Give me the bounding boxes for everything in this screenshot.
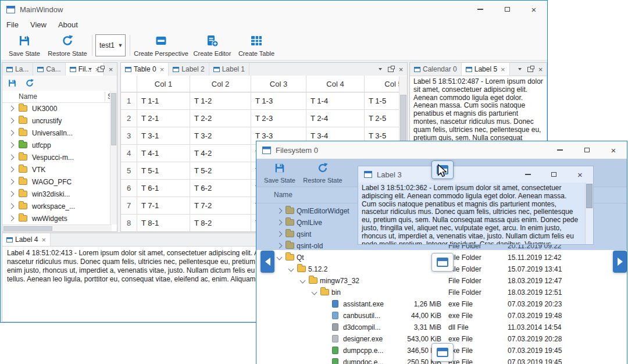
table-cell[interactable]: T 7-2	[190, 197, 251, 215]
row-number[interactable]: 1	[121, 92, 137, 110]
minimize-button[interactable]	[467, 1, 494, 18]
tree-item[interactable]: Vespucci-m...	[2, 151, 112, 163]
dock-tab[interactable]: Label 1	[209, 63, 249, 76]
save-state-button[interactable]	[6, 77, 19, 90]
row-number[interactable]: 2	[121, 110, 137, 127]
row-number[interactable]: 3	[121, 127, 137, 145]
close-dock-button[interactable]: ×	[106, 64, 116, 74]
undock-button[interactable]	[386, 64, 395, 74]
restore-state-button[interactable]: Restore State	[46, 33, 89, 58]
label3-titlebar[interactable]: Label 3 ×	[358, 166, 593, 183]
tab-menu-button[interactable]	[375, 64, 385, 74]
main-titlebar[interactable]: MainWindow ×	[1, 1, 547, 18]
close-dock-button[interactable]: ×	[536, 64, 545, 74]
scrollbar-thumb[interactable]	[586, 184, 593, 208]
table-cell[interactable]: T 4-1	[137, 145, 190, 162]
horizontal-scrollbar[interactable]	[2, 224, 112, 232]
table-cell[interactable]: T 3-2	[190, 127, 251, 145]
dock-indicator-center[interactable]	[431, 253, 454, 272]
table-cell[interactable]: T 8-1	[137, 215, 190, 232]
expand-chevron-icon[interactable]	[9, 191, 15, 197]
table-cell[interactable]: T 1-4	[306, 92, 365, 110]
column-header[interactable]: Col 2	[190, 76, 251, 92]
table-cell[interactable]: T 1-3	[251, 92, 306, 110]
fs-tree-row[interactable]: mingw73_32File Folder18.03.2019 12:47	[256, 275, 627, 287]
undock-button[interactable]	[525, 64, 535, 74]
expand-chevron-icon[interactable]	[9, 204, 15, 209]
expand-chevron-icon[interactable]	[288, 266, 294, 272]
scrollbar-thumb[interactable]	[3, 226, 52, 231]
fs-tree-row[interactable]: binFile Folder18.03.2019 12:51	[256, 287, 627, 298]
restore-state-button[interactable]	[23, 77, 36, 90]
close-tab-icon[interactable]: ×	[160, 66, 165, 73]
expand-chevron-icon[interactable]	[9, 216, 15, 222]
tree-item[interactable]: UK3000	[2, 102, 112, 115]
tree-item[interactable]: utfcpp	[2, 139, 112, 151]
expand-chevron-icon[interactable]	[9, 142, 15, 148]
table-cell[interactable]: T 5-2	[190, 162, 251, 180]
expand-chevron-icon[interactable]	[9, 179, 15, 185]
undock-button[interactable]	[95, 64, 105, 74]
column-splitter[interactable]	[105, 92, 105, 101]
table-cell[interactable]: T 2-4	[306, 110, 365, 127]
perspective-combo[interactable]: test1 ▼	[95, 34, 126, 56]
row-number[interactable]: 8	[121, 215, 137, 232]
fs-tree-row[interactable]: d3dcompil...3,31 MiBdll File11.03.2014 1…	[256, 322, 627, 333]
expand-chevron-icon[interactable]	[277, 255, 283, 260]
table-cell[interactable]: T 2-3	[251, 110, 306, 127]
close-tab-icon[interactable]: ×	[501, 66, 505, 73]
dock-tab[interactable]: La...	[2, 63, 33, 76]
scrollbar-thumb[interactable]	[111, 93, 116, 145]
dock-tab[interactable]: Label 5×	[462, 63, 510, 76]
tree-item[interactable]: win32diski...	[2, 188, 112, 200]
tree-item[interactable]: UniversalIn...	[2, 127, 112, 139]
vertical-scrollbar[interactable]	[110, 91, 117, 224]
tree-item[interactable]: uncrustify	[2, 115, 112, 127]
dock-tab[interactable]: Label 4 ×	[2, 233, 51, 246]
row-number[interactable]: 4	[121, 145, 137, 162]
tree-item[interactable]: wwWidgets	[2, 212, 112, 224]
dock-indicator-left[interactable]	[261, 251, 274, 273]
close-tab-icon[interactable]: ×	[41, 236, 46, 244]
close-dock-button[interactable]: ×	[396, 64, 406, 74]
tree-item[interactable]: workspace_...	[2, 200, 112, 212]
table-cell[interactable]: T 1-1	[137, 92, 190, 110]
vertical-scrollbar[interactable]	[585, 183, 593, 244]
table-cell[interactable]: T 8-2	[190, 215, 251, 232]
save-state-button[interactable]: Save State	[5, 33, 44, 58]
dock-tab[interactable]: Calendar 0	[410, 63, 462, 76]
create-editor-button[interactable]: Create Editor	[191, 33, 233, 58]
table-cell[interactable]: T 6-2	[190, 180, 251, 197]
column-header[interactable]: Col 1	[137, 76, 190, 92]
table-cell[interactable]: T 1-2	[190, 92, 251, 110]
dock-tab[interactable]: Table 0×	[121, 63, 169, 76]
tree-item[interactable]: WAGO_PFC	[2, 176, 112, 188]
row-number[interactable]: 5	[121, 162, 137, 180]
expand-chevron-icon[interactable]	[9, 155, 15, 160]
menu-item-about[interactable]: About	[52, 18, 84, 31]
create-perspective-button[interactable]: Create Perspective	[133, 33, 189, 58]
menu-item-view[interactable]: View	[24, 18, 52, 31]
dock-tab[interactable]: Ca...	[33, 63, 65, 76]
close-button[interactable]: ×	[567, 166, 593, 183]
tree-item[interactable]: VTK	[2, 163, 112, 176]
expand-chevron-icon[interactable]	[300, 278, 306, 284]
table-cell[interactable]: T 5-1	[137, 162, 190, 180]
tree-header[interactable]: Name Si	[2, 91, 117, 103]
minimize-button[interactable]	[547, 141, 573, 159]
close-button[interactable]: ×	[600, 141, 627, 159]
expand-chevron-icon[interactable]	[9, 118, 15, 124]
table-cell[interactable]: T 7-1	[137, 197, 190, 215]
table-cell[interactable]: T 2-2	[190, 110, 251, 127]
filesystem-titlebar[interactable]: Filesystem 0 ×	[256, 141, 627, 159]
close-button[interactable]: ×	[520, 1, 547, 18]
table-cell[interactable]: T 3-1	[137, 127, 190, 145]
tab-menu-button[interactable]	[515, 64, 524, 74]
table-cell[interactable]: T 2-1	[137, 110, 190, 127]
table-cell[interactable]: T 4-2	[190, 145, 251, 162]
maximize-button[interactable]	[573, 141, 600, 159]
expand-chevron-icon[interactable]	[312, 290, 317, 295]
dock-indicator-right[interactable]	[613, 251, 627, 273]
menu-item-file[interactable]: File	[1, 18, 24, 31]
expand-chevron-icon[interactable]	[9, 130, 15, 136]
